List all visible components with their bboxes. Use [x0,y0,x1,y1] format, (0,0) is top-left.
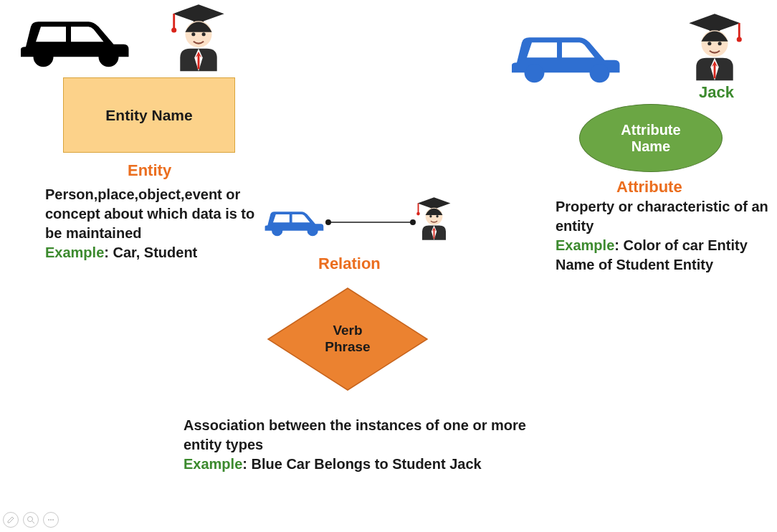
svg-point-35 [707,42,711,45]
attribute-ellipse: Attribute Name [579,104,723,172]
entity-example-text: : Car, Student [104,244,197,260]
entity-box-label: Entity Name [105,107,192,124]
relation-example-text: : Blue Car Belongs to Student Jack [242,456,481,472]
entity-example-label: Example [45,244,104,260]
bottom-toolbar [3,512,59,528]
svg-point-8 [202,32,206,36]
entity-description: Person,place,object,event or concept abo… [45,185,267,262]
entity-desc-text: Person,place,object,event or concept abo… [45,186,254,241]
svg-rect-39 [714,64,716,78]
svg-point-1 [100,48,118,66]
car-blue-small-icon [259,201,328,240]
svg-point-29 [591,64,609,82]
svg-point-20 [416,212,420,216]
car-black-icon [11,6,136,70]
diamond-label: Verb Phrase [325,323,370,356]
svg-rect-11 [198,54,200,69]
student-small-icon [414,195,454,242]
svg-point-23 [436,215,438,217]
toolbar-more-icon[interactable] [43,512,59,528]
relation-diamond: Verb Phrase [265,285,430,393]
student-icon [166,1,231,73]
attribute-example-label: Example [556,237,614,253]
svg-point-42 [48,519,49,521]
relation-line [324,215,417,229]
attribute-desc-text: Property or characteristic of an entity [556,199,768,234]
jack-label: Jack [699,83,734,102]
svg-point-7 [191,32,195,36]
attribute-description: Property or characteristic of an entity … [556,197,771,275]
svg-rect-26 [434,229,435,239]
attribute-ellipse-label: Attribute Name [621,122,680,155]
svg-line-41 [32,521,34,523]
toolbar-pen-icon[interactable] [3,512,19,528]
attribute-heading: Attribute [616,178,682,196]
svg-point-36 [718,42,722,45]
relation-desc-text: Association between the instances of one… [183,417,526,452]
svg-point-43 [50,519,52,521]
svg-point-13 [308,226,317,235]
svg-point-22 [429,215,432,217]
svg-point-28 [525,64,543,82]
svg-point-12 [272,226,282,235]
relation-heading: Relation [318,255,381,273]
toolbar-zoom-icon[interactable] [23,512,39,528]
svg-point-33 [737,37,742,42]
svg-point-0 [34,48,52,66]
entity-heading: Entity [128,161,171,180]
car-blue-icon [502,22,627,86]
relation-description: Association between the instances of one… [183,416,535,474]
svg-point-44 [52,519,54,521]
student-attribute-icon [682,11,747,82]
svg-point-40 [28,517,33,522]
entity-name-box: Entity Name [63,77,235,153]
relation-example-label: Example [183,456,242,472]
svg-point-5 [171,27,176,32]
